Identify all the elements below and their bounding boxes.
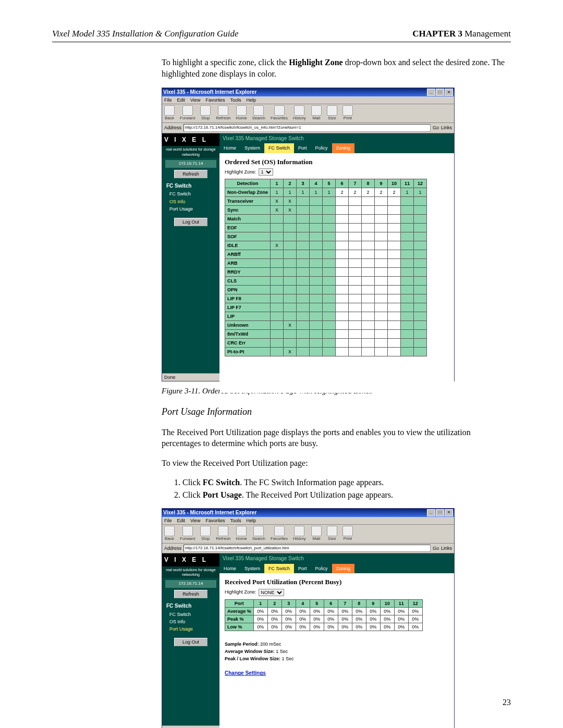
toolbar-item[interactable]: Print	[342, 526, 353, 542]
refresh-button[interactable]: Refresh	[174, 170, 207, 178]
go-button[interactable]: Go	[433, 125, 439, 131]
toolbar-item[interactable]: Forward	[180, 105, 195, 121]
go-button[interactable]: Go	[433, 545, 439, 551]
logout-button[interactable]: Log Out	[174, 638, 207, 646]
toolbar-item[interactable]: Mail	[311, 105, 322, 121]
toolbar-item[interactable]: Print	[342, 105, 353, 121]
menu-item[interactable]: Tools	[230, 97, 241, 103]
back-icon	[164, 105, 175, 116]
print-icon	[342, 526, 353, 536]
toolbar-item[interactable]: Forward	[180, 526, 195, 542]
address-input[interactable]: http://172.16.71.14/fcswitch/fcswitch_po…	[183, 545, 431, 552]
tab-fcswitch[interactable]: FC Switch	[264, 564, 294, 573]
sidebar-item-fcswitch[interactable]: FC Switch	[169, 611, 219, 618]
tab-policy[interactable]: Policy	[311, 143, 332, 153]
toolbar-item[interactable]: Home	[236, 526, 247, 542]
menu-item[interactable]: Help	[246, 97, 256, 103]
toolbar-item[interactable]: Search	[252, 105, 265, 121]
highlight-zone-select[interactable]: 1	[259, 168, 273, 176]
address-input[interactable]: http://172.16.71.14/fcswitch/fcswitch_os…	[183, 124, 431, 132]
menu-item[interactable]: View	[190, 517, 200, 524]
sidebar-item-portusage[interactable]: Port Usage	[169, 205, 219, 213]
forward-icon	[182, 105, 193, 116]
ip-label: 172.16.71.14	[165, 160, 216, 168]
refresh-button[interactable]: Refresh	[174, 590, 207, 598]
ie-window-fig2: Vixel 335 - Microsoft Internet Explorer …	[162, 508, 455, 728]
product-title: Vixel 335 Managed Storage Switch	[219, 553, 454, 564]
address-bar: Address http://172.16.71.14/fcswitch/fcs…	[162, 123, 454, 133]
toolbar-item[interactable]: Search	[252, 526, 265, 542]
home-icon	[236, 105, 247, 116]
forward-icon	[182, 526, 193, 536]
section-heading: Port Usage Information	[162, 405, 511, 418]
menubar: FileEditViewFavoritesToolsHelp	[162, 517, 454, 525]
home-icon	[236, 526, 247, 536]
mail-icon	[311, 105, 322, 116]
toolbar-item[interactable]: Back	[164, 526, 175, 542]
toolbar-item[interactable]: Stop	[200, 526, 211, 542]
favorites-icon	[274, 526, 285, 536]
highlight-zone-select[interactable]: NONE	[259, 589, 284, 596]
toolbar-item[interactable]: Favorites	[271, 105, 288, 121]
sidebar-item-osinfo[interactable]: OS Info	[169, 198, 219, 205]
menu-item[interactable]: Favorites	[205, 97, 225, 103]
back-icon	[164, 526, 175, 536]
size-icon	[327, 105, 337, 116]
toolbar-item[interactable]: Size	[327, 105, 337, 121]
size-icon	[327, 526, 337, 536]
menu-item[interactable]: File	[164, 97, 172, 103]
tab-system[interactable]: System	[240, 564, 264, 573]
titlebar: Vixel 335 - Microsoft Internet Explorer …	[162, 88, 454, 96]
menu-item[interactable]: File	[164, 517, 172, 524]
sidebar-item-osinfo[interactable]: OS Info	[169, 618, 219, 625]
close-icon[interactable]: ×	[445, 89, 453, 96]
page-number: 23	[503, 698, 511, 707]
menu-item[interactable]: Edit	[177, 517, 186, 524]
page-title: Ordered Set (OS) Information	[219, 153, 454, 169]
sidebar-item-portusage[interactable]: Port Usage	[169, 625, 219, 633]
intro-paragraph: To highlight a specific zone, click the …	[162, 57, 511, 79]
tab-zoning[interactable]: Zoning	[332, 564, 355, 573]
tab-system[interactable]: System	[240, 143, 264, 153]
stop-icon	[200, 105, 211, 116]
close-icon[interactable]: ×	[445, 509, 453, 516]
toolbar-item[interactable]: Stop	[200, 105, 211, 121]
toolbar-item[interactable]: Favorites	[271, 526, 288, 542]
menu-item[interactable]: View	[190, 97, 200, 103]
maximize-icon[interactable]: □	[436, 89, 444, 96]
change-settings-link[interactable]: Change Settings	[219, 662, 454, 679]
menu-item[interactable]: Tools	[230, 517, 241, 524]
toolbar-item[interactable]: History	[293, 526, 306, 542]
toolbar-item[interactable]: Mail	[311, 526, 322, 542]
sidebar-item-fcswitch[interactable]: FC Switch	[169, 190, 219, 198]
tab-port[interactable]: Port	[294, 564, 311, 573]
tab-policy[interactable]: Policy	[311, 564, 332, 573]
address-bar: Address http://172.16.71.14/fcswitch/fcs…	[162, 544, 454, 554]
refresh-icon	[218, 526, 228, 536]
links-button[interactable]: Links	[441, 125, 452, 131]
tab-home[interactable]: Home	[219, 143, 240, 153]
toolbar-item[interactable]: Home	[236, 105, 247, 121]
minimize-icon[interactable]: _	[427, 509, 435, 516]
menu-item[interactable]: Favorites	[205, 517, 225, 524]
tab-zoning[interactable]: Zoning	[332, 143, 355, 153]
toolbar-item[interactable]: Size	[327, 526, 337, 542]
tab-port[interactable]: Port	[294, 143, 311, 153]
menu-item[interactable]: Edit	[177, 97, 186, 103]
menu-item[interactable]: Help	[246, 517, 256, 524]
minimize-icon[interactable]: _	[427, 89, 435, 96]
step-2: Click Port Usage. The Received Port Util…	[182, 489, 511, 501]
logout-button[interactable]: Log Out	[174, 218, 207, 226]
toolbar-item[interactable]: Back	[164, 105, 175, 121]
toolbar: BackForwardStopRefreshHomeSearchFavorite…	[162, 525, 454, 544]
maximize-icon[interactable]: □	[436, 509, 444, 516]
page-header: Vixel Model 335 Installation & Configura…	[52, 29, 511, 42]
links-button[interactable]: Links	[441, 545, 452, 551]
tab-fcswitch[interactable]: FC Switch	[264, 143, 294, 153]
titlebar: Vixel 335 - Microsoft Internet Explorer …	[162, 509, 454, 517]
toolbar-item[interactable]: History	[293, 105, 306, 121]
toolbar-item[interactable]: Refresh	[216, 105, 230, 121]
tab-home[interactable]: Home	[219, 564, 240, 573]
toolbar-item[interactable]: Refresh	[216, 526, 230, 542]
vixel-logo: V I X E L	[162, 553, 219, 566]
